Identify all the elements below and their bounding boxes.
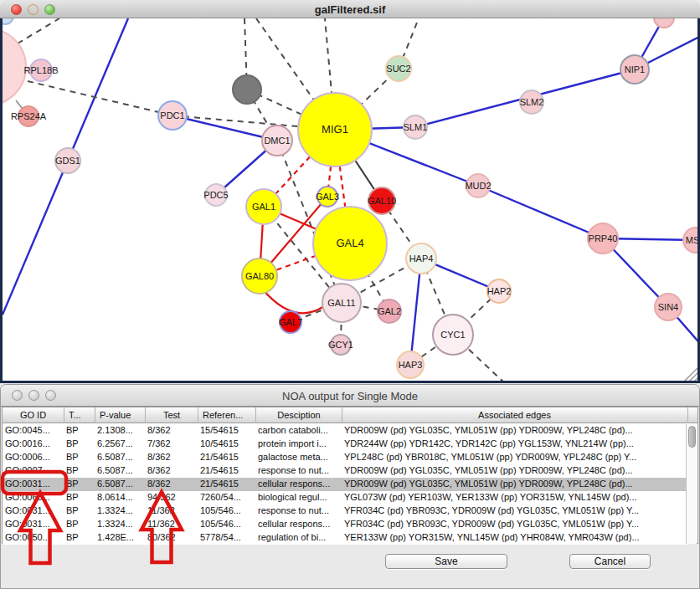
table-cell: BP [66, 452, 94, 462]
table-cell: YDR009W (pd) YGL035C, YML051W (pp) YDR00… [344, 465, 687, 475]
resize-grip [687, 371, 699, 383]
table-cell: GO:0065... [5, 492, 63, 502]
table-cell: 6.5087... [97, 479, 144, 489]
network-canvas[interactable]: RPL18BRPS24AGDS1PDC1PDC5MIG1DMC1SUC2SLM1… [0, 18, 700, 383]
table-cell: 105/546... [200, 505, 255, 515]
node-gray-node[interactable] [233, 75, 261, 104]
table-cell: GO:0031... [5, 505, 63, 515]
table-cell: response to nut... [258, 505, 341, 515]
table-cell: regulation of bi... [258, 532, 341, 542]
network-edge[interactable] [262, 289, 324, 313]
scrollbar-thumb[interactable] [688, 426, 696, 448]
network-graph[interactable]: RPL18BRPS24AGDS1PDC1PDC5MIG1DMC1SUC2SLM1… [0, 18, 700, 383]
table-cell: BP [66, 479, 94, 489]
column-header-desciption[interactable]: Desciption [255, 407, 342, 423]
column-header-t-[interactable]: T... [64, 407, 95, 423]
table-cell: 21/54615 [200, 465, 255, 475]
node-label-GAL10: GAL10 [368, 196, 396, 206]
node-label-RPL18B: RPL18B [24, 65, 59, 75]
noa-window-title: NOA output for Single Mode [1, 390, 699, 402]
table-cell: 2.1308... [97, 425, 144, 435]
table-cell: 1.428E... [97, 532, 144, 542]
table-cell: YFR034C (pd) YBR093C, YDR009W (pd) YGL03… [344, 519, 687, 529]
table-cell: 6.5087... [97, 465, 144, 475]
node-label-SLM2: SLM2 [520, 97, 544, 107]
network-window: galFiltered.sif RPL18BRPS24AGDS1PDC1PDC5… [0, 0, 700, 383]
table-row[interactable]: GO:0016...BP6.2567...7/36210/54615protei… [3, 438, 687, 451]
table-cell: BP [66, 532, 94, 542]
table-cell: 15/54615 [200, 425, 255, 435]
table-cell: BP [66, 492, 94, 502]
table-row[interactable]: GO:0050...BP1.428E...80/3625778/54...reg… [3, 531, 687, 545]
node-label-PDC5: PDC5 [203, 190, 228, 200]
node-label-MIG1: MIG1 [322, 123, 348, 136]
table-cell: 80/362 [147, 532, 197, 542]
table-cell: 6.2567... [97, 438, 144, 448]
table-row[interactable]: GO:0006...BP6.5087...8/36221/54615galact… [3, 451, 687, 464]
table-cell: carbon cataboli... [258, 425, 341, 435]
table-cell: GO:0031... [5, 519, 63, 529]
network-window-titlebar[interactable]: galFiltered.sif [0, 0, 700, 18]
node-label-HAP3: HAP3 [399, 360, 423, 370]
node-label-GAL4: GAL4 [336, 237, 363, 249]
table-scrollbar[interactable] [686, 424, 697, 544]
node-label-HAP4: HAP4 [409, 254, 434, 264]
save-button[interactable]: Save [385, 554, 507, 569]
table-cell: 7260/54... [200, 492, 255, 502]
table-cell: 1.3324... [97, 505, 144, 515]
noa-output-window: NOA output for Single Mode GO IDT...P-va… [0, 384, 700, 589]
column-header-associated-edges[interactable]: Associated edges [342, 407, 687, 423]
table-cell: GO:0016... [5, 438, 63, 448]
table-cell: YGL073W (pd) YER103W, YER133W (pp) YOR31… [344, 492, 687, 502]
noa-window-titlebar[interactable]: NOA output for Single Mode [1, 385, 699, 407]
table-cell: BP [66, 425, 94, 435]
table-row[interactable]: GO:0045...BP2.1308...8/36215/54615carbon… [3, 424, 687, 438]
table-cell: 8/362 [147, 452, 197, 462]
table-cell: GO:0031... [5, 479, 63, 489]
table-cell: 5778/54... [200, 532, 255, 542]
network-edge[interactable] [410, 259, 421, 365]
table-cell: YFR034C (pd) YBR093C, YDR009W (pd) YGL03… [344, 505, 687, 515]
column-header-referen-[interactable]: Referen... [198, 407, 255, 423]
table-cell: GO:0007... [5, 465, 63, 475]
node-label-GAL1: GAL1 [252, 202, 275, 212]
column-header-p-value[interactable]: P-value [95, 407, 145, 423]
column-header-test[interactable]: Test [145, 407, 198, 423]
node-label-PDC1: PDC1 [160, 110, 184, 120]
node-corner-tl[interactable] [0, 18, 13, 24]
node-top-right-pink[interactable] [654, 18, 674, 28]
table-cell: 8/362 [147, 479, 197, 489]
table-cell: YPL248C (pd) YBR018C, YML051W (pp) YDR00… [344, 452, 687, 462]
node-label-MUD2: MUD2 [465, 181, 491, 191]
node-label-DMC1: DMC1 [264, 136, 290, 146]
network-edge[interactable] [172, 115, 277, 141]
network-edge[interactable] [18, 18, 59, 44]
table-cell: cellular respons... [258, 519, 341, 529]
node-label-SIN4: SIN4 [658, 302, 678, 312]
cancel-button[interactable]: Cancel [569, 554, 651, 569]
node-label-HAP2: HAP2 [487, 286, 512, 296]
table-cell: 105/546... [200, 519, 255, 529]
table-cell: YDR244W (pp) YDR142C, YDR142C (pp) YGL15… [344, 438, 687, 448]
table-cell: biological regul... [258, 492, 341, 502]
table-cell: 1.3324... [97, 519, 144, 529]
table-cell: protein import i... [258, 438, 341, 448]
table-cell: galactose meta... [258, 452, 341, 462]
table-row[interactable]: GO:0031...BP6.5087...8/36221/54615cellul… [3, 478, 687, 491]
table-cell: GO:0050... [5, 532, 63, 542]
table-row[interactable]: GO:0007...BP6.5087...8/36221/54615respon… [3, 464, 687, 478]
network-edge[interactable] [478, 186, 603, 238]
network-window-title: galFiltered.sif [0, 3, 700, 16]
table-cell: BP [66, 519, 94, 529]
node-label-SUC2: SUC2 [386, 64, 410, 74]
node-label-GAL7: GAL7 [279, 317, 302, 327]
table-row[interactable]: GO:0031...BP1.3324...11/362105/546...res… [3, 504, 687, 518]
table-cell: 94/362 [147, 492, 197, 502]
table-cell: cellular respons... [258, 479, 341, 489]
table-row[interactable]: GO:0065...BP8.0614...94/3627260/54...bio… [3, 491, 687, 504]
table-cell: YDR009W (pd) YGL035C, YML051W (pp) YDR00… [344, 479, 687, 489]
table-row[interactable]: GO:0031...BP1.3324...11/362105/546...cel… [3, 518, 687, 531]
table-cell: response to nut... [258, 465, 341, 475]
table-cell: 10/54615 [200, 438, 255, 448]
column-header-go-id[interactable]: GO ID [3, 407, 64, 423]
